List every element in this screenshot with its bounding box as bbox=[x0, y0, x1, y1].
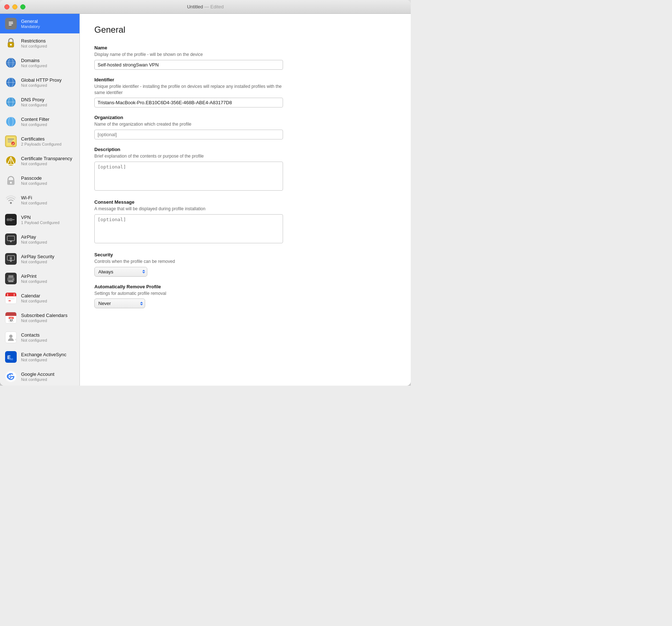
contacts-icon: @ bbox=[4, 331, 17, 344]
domains-icon bbox=[4, 56, 17, 69]
sidebar-item-vpn[interactable]: VPN1 Payload Configured bbox=[0, 210, 79, 229]
svg-rect-41 bbox=[8, 275, 13, 278]
svg-text:✉: ✉ bbox=[10, 357, 13, 361]
sidebar-item-content-filter[interactable]: Content FilterNot configured bbox=[0, 112, 79, 131]
auto-remove-select-wrapper: NeverOn DateAfter Interval bbox=[94, 298, 145, 308]
restrictions-icon bbox=[4, 37, 17, 50]
svg-point-29 bbox=[10, 182, 12, 184]
sidebar-item-subtitle-airplay: Not configured bbox=[21, 240, 75, 244]
sidebar-item-calendar[interactable]: ⇔ CalendarNot configured bbox=[0, 288, 79, 308]
svg-rect-34 bbox=[7, 236, 15, 241]
certificates-icon: ✓ bbox=[4, 135, 17, 148]
certificate-transparency-icon bbox=[4, 154, 17, 167]
sidebar-item-subtitle-exchange-activesync: Not configured bbox=[21, 358, 75, 362]
organization-input[interactable] bbox=[94, 130, 283, 139]
sidebar-item-subtitle-calendar: Not configured bbox=[21, 299, 75, 303]
sidebar-item-exchange-activesync[interactable]: E✉ Exchange ActiveSyncNot configured bbox=[0, 347, 79, 367]
sidebar-item-subtitle-restrictions: Not configured bbox=[21, 44, 75, 48]
identifier-field-group: Identifier Unique profile identifier - i… bbox=[94, 77, 283, 108]
content-filter-icon bbox=[4, 115, 17, 128]
sidebar-item-name-domains: Domains bbox=[21, 58, 75, 63]
maximize-button[interactable] bbox=[20, 4, 25, 9]
svg-marker-35 bbox=[9, 240, 13, 243]
name-input[interactable] bbox=[94, 60, 283, 70]
sidebar-item-contacts[interactable]: @ ContactsNot configured bbox=[0, 328, 79, 347]
identifier-input[interactable] bbox=[94, 98, 283, 107]
form-section: Name Display name of the profile - will … bbox=[94, 45, 283, 308]
svg-rect-0 bbox=[9, 22, 13, 23]
sidebar-item-name-airplay: AirPlay bbox=[21, 234, 75, 240]
sidebar-item-restrictions[interactable]: RestrictionsNot configured bbox=[0, 33, 79, 53]
sidebar-item-name-passcode: Passcode bbox=[21, 175, 75, 181]
description-textarea[interactable] bbox=[94, 162, 283, 191]
passcode-icon bbox=[4, 174, 17, 187]
sidebar-item-google-account[interactable]: G G Google AccountNot configured bbox=[0, 367, 79, 386]
sidebar-item-name-subscribed-calendars: Subscribed Calendars bbox=[21, 313, 75, 318]
identifier-description: Unique profile identifier - installing t… bbox=[94, 84, 283, 96]
organization-field-group: Organization Name of the organization wh… bbox=[94, 115, 283, 139]
minimize-button[interactable] bbox=[12, 4, 17, 9]
svg-point-30 bbox=[10, 202, 12, 204]
sidebar-item-airplay[interactable]: AirPlayNot configured bbox=[0, 229, 79, 249]
sidebar-item-name-contacts: Contacts bbox=[21, 332, 75, 338]
sidebar-item-name-calendar: Calendar bbox=[21, 293, 75, 298]
sidebar-item-certificate-transparency[interactable]: Certificate TransparencyNot configured bbox=[0, 151, 79, 171]
name-label: Name bbox=[94, 45, 283, 50]
security-select[interactable]: AlwaysWith AuthorizationNever bbox=[94, 267, 147, 277]
close-button[interactable] bbox=[4, 4, 9, 9]
page-title: General bbox=[94, 25, 396, 35]
google-account-icon: G G bbox=[4, 370, 17, 383]
sidebar-item-airprint[interactable]: AirPrintNot configured bbox=[0, 269, 79, 288]
description-label: Description bbox=[94, 147, 283, 152]
sidebar-item-name-restrictions: Restrictions bbox=[21, 38, 75, 44]
organization-description: Name of the organization which created t… bbox=[94, 121, 283, 127]
main-window: Untitled — Edited GeneralMandatory Restr… bbox=[0, 0, 411, 386]
security-select-wrapper: AlwaysWith AuthorizationNever bbox=[94, 267, 147, 277]
sidebar-item-subtitle-google-account: Not configured bbox=[21, 377, 75, 382]
traffic-lights bbox=[4, 4, 25, 9]
auto-remove-select[interactable]: NeverOn DateAfter Interval bbox=[94, 298, 145, 308]
sidebar-item-airplay-security[interactable]: AirPlay SecurityNot configured bbox=[0, 249, 79, 269]
sidebar-item-name-dns-proxy: DNS Proxy bbox=[21, 97, 75, 102]
svg-point-39 bbox=[11, 257, 12, 258]
sidebar-item-subtitle-airprint: Not configured bbox=[21, 279, 75, 284]
svg-text:@: @ bbox=[15, 338, 16, 341]
sidebar-item-name-wifi: Wi-Fi bbox=[21, 195, 75, 200]
airplay-icon bbox=[4, 233, 17, 246]
svg-rect-2 bbox=[9, 25, 12, 25]
wifi-icon bbox=[4, 194, 17, 207]
sidebar-item-subtitle-domains: Not configured bbox=[21, 64, 75, 68]
sidebar-item-global-http-proxy[interactable]: Global HTTP ProxyNot configured bbox=[0, 73, 79, 92]
airplay-security-icon bbox=[4, 252, 17, 265]
consent-message-textarea[interactable] bbox=[94, 214, 283, 243]
identifier-label: Identifier bbox=[94, 77, 283, 82]
svg-marker-37 bbox=[9, 260, 13, 262]
sidebar-item-name-content-filter: Content Filter bbox=[21, 117, 75, 122]
sidebar-item-name-general: General bbox=[21, 19, 75, 24]
sidebar-item-general[interactable]: GeneralMandatory bbox=[0, 14, 79, 33]
sidebar-item-subscribed-calendars[interactable]: 📅 Subscribed CalendarsNot configured bbox=[0, 308, 79, 328]
sidebar-item-name-google-account: Google Account bbox=[21, 371, 75, 377]
consent-message-label: Consent Message bbox=[94, 199, 283, 205]
window-title: Untitled — Edited bbox=[187, 4, 224, 9]
subscribed-calendars-icon: 📅 bbox=[4, 311, 17, 324]
sidebar-item-subtitle-vpn: 1 Payload Configured bbox=[21, 220, 75, 225]
svg-rect-42 bbox=[8, 280, 13, 282]
vpn-icon bbox=[4, 213, 17, 226]
sidebar-item-domains[interactable]: DomainsNot configured bbox=[0, 53, 79, 73]
svg-text:⇔: ⇔ bbox=[8, 299, 11, 302]
sidebar-item-subtitle-dns-proxy: Not configured bbox=[21, 103, 75, 107]
sidebar: GeneralMandatory RestrictionsNot configu… bbox=[0, 14, 80, 386]
main-content: General Name Display name of the profile… bbox=[80, 14, 411, 386]
sidebar-item-passcode[interactable]: PasscodeNot configured bbox=[0, 171, 79, 190]
auto-remove-description: Settings for automatic profile removal bbox=[94, 290, 283, 297]
sidebar-item-certificates[interactable]: ✓ Certificates2 Payloads Configured bbox=[0, 131, 79, 151]
sidebar-item-wifi[interactable]: Wi-FiNot configured bbox=[0, 190, 79, 210]
sidebar-item-dns-proxy[interactable]: DNS ProxyNot configured bbox=[0, 92, 79, 112]
sidebar-item-name-certificates: Certificates bbox=[21, 136, 75, 142]
sidebar-item-subtitle-wifi: Not configured bbox=[21, 201, 75, 205]
sidebar-item-subtitle-certificate-transparency: Not configured bbox=[21, 162, 75, 166]
sidebar-item-name-global-http-proxy: Global HTTP Proxy bbox=[21, 77, 75, 83]
svg-rect-32 bbox=[9, 218, 12, 221]
sidebar-item-subtitle-certificates: 2 Payloads Configured bbox=[21, 142, 75, 146]
